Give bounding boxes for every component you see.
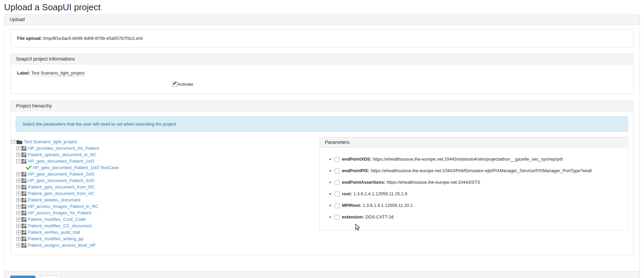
tree-item: +Patient_deletes_document xyxy=(11,197,319,203)
expand-icon[interactable]: + xyxy=(16,205,20,209)
tree-item-label[interactable]: HP_gets_document_Patient_3of3 xyxy=(28,178,94,183)
parameter-name: endPointAssertions: xyxy=(342,179,385,186)
tree-item-label[interactable]: HP_gets_document_Patient_1of3 xyxy=(28,159,94,164)
project-tree: −Test Scenario_light_project+HP_provides… xyxy=(11,138,319,248)
tree-item-label[interactable]: HP_access_Images_Patient_in_RC xyxy=(28,204,98,209)
bullet-icon xyxy=(329,216,331,218)
testsuite-icon xyxy=(21,224,27,228)
expand-icon[interactable]: + xyxy=(16,198,20,202)
tree-item: +Patient_gets_document_from_AC xyxy=(11,190,319,197)
parameter-checkbox[interactable] xyxy=(335,180,340,185)
expand-icon[interactable]: + xyxy=(16,224,20,228)
upload-panel-heading: Upload xyxy=(4,15,640,25)
expand-icon[interactable]: + xyxy=(16,230,20,234)
project-info-heading: SoapUI project informations xyxy=(11,54,633,64)
tree-item-label[interactable]: HP_access_Images_for_Patient xyxy=(28,210,91,215)
project-hierarchy-panel: Project hierarchy Select the parameters … xyxy=(11,101,633,255)
tree-item-label[interactable]: Patient_uploads_document_in_RC xyxy=(28,152,96,157)
project-label-row: Label: Test Scenario_light_project xyxy=(17,70,627,76)
testcase-check-icon xyxy=(26,165,31,170)
testsuite-icon xyxy=(21,211,27,215)
parameter-item: extension:DDS-CATT-16 xyxy=(329,214,623,220)
expand-icon[interactable]: + xyxy=(16,217,20,222)
tree-item: +Patient_verifies_audit_trail xyxy=(11,229,319,235)
parameter-value: 1.3.6.1.4.1.12559.11.20.1 xyxy=(363,202,413,209)
label-value[interactable]: Test Scenario_light_project xyxy=(31,70,85,76)
expand-icon[interactable]: + xyxy=(16,146,20,150)
testsuite-icon xyxy=(21,178,27,183)
expand-icon[interactable]: + xyxy=(16,237,20,241)
parameter-checkbox[interactable] xyxy=(335,215,340,220)
expand-icon[interactable]: + xyxy=(16,153,20,157)
form-footer: Validate Reset xyxy=(4,271,640,278)
bullet-icon xyxy=(329,193,331,195)
tree-item-label[interactable]: Patient_assigns_access_level_HP xyxy=(28,243,96,248)
activate-label: Activate xyxy=(178,82,193,87)
parameter-name: extension: xyxy=(342,214,364,220)
tree-item-label[interactable]: HP_gets_document_Patient_1of3 TestCase xyxy=(33,165,119,170)
testsuite-icon xyxy=(21,198,27,202)
file-upload-label: File upload: xyxy=(17,36,42,41)
tree-item: +HP_gets_document_Patient_2of3 xyxy=(11,171,319,177)
collapse-icon[interactable]: − xyxy=(11,140,15,144)
expand-icon[interactable]: + xyxy=(16,211,20,215)
parameter-checkbox[interactable] xyxy=(335,168,340,174)
parameter-checkbox[interactable] xyxy=(335,192,340,197)
tree-item-label[interactable]: Patient_modifies_Conf_Code xyxy=(28,217,86,222)
tree-item: +Patient_modifies_writing_pp xyxy=(11,235,319,242)
tree-item: +HP_access_Images_for_Patient xyxy=(11,210,319,216)
bullet-icon xyxy=(329,182,331,183)
parameters-list: endPointXDS:https://ehealthsuisse.ihe-eu… xyxy=(325,156,623,220)
testsuite-icon xyxy=(21,185,27,190)
collapse-icon[interactable]: − xyxy=(16,159,20,163)
tree-item: +HP_provides_document_for_Patient xyxy=(11,145,319,151)
tree-item-label[interactable]: Patient_deletes_document xyxy=(28,197,80,202)
upload-panel-body: File upload:/tmp/6f1e3ac5-b049-4d09-870b… xyxy=(4,25,640,271)
expand-icon[interactable]: + xyxy=(16,185,20,189)
expand-icon[interactable]: + xyxy=(16,179,20,183)
parameters-column: Parameters endPointXDS:https://ehealthsu… xyxy=(319,137,628,237)
project-hierarchy-heading: Project hierarchy xyxy=(11,101,633,111)
validate-button[interactable]: Validate xyxy=(10,276,35,278)
parameter-checkbox[interactable] xyxy=(335,203,340,208)
expand-icon[interactable]: + xyxy=(16,243,20,247)
tree-item: +Patient_modifies_CC_document xyxy=(11,223,319,229)
parameter-item: MPIRoot:1.3.6.1.4.1.12559.11.20.1 xyxy=(329,202,623,209)
bullet-icon xyxy=(329,170,331,171)
expand-icon[interactable]: + xyxy=(16,172,20,176)
project-info-panel: SoapUI project informations Label: Test … xyxy=(11,54,633,94)
tree-item-label[interactable]: Patient_gets_document_from_RC xyxy=(28,184,95,190)
bullet-icon xyxy=(329,205,331,206)
testsuite-icon xyxy=(21,243,27,248)
activate-checkbox[interactable]: ✔ xyxy=(172,82,178,87)
info-alert: Select the parameters that the user will… xyxy=(16,116,628,132)
tree-item: +Patient_modifies_Conf_Code xyxy=(11,216,319,223)
parameter-name: MPIRoot: xyxy=(342,202,361,209)
parameter-item: endPointXDS:https://ehealthsuisse.ihe-eu… xyxy=(329,156,623,163)
parameter-item: endPointAssertions:https://ehealthsuisse… xyxy=(329,179,623,186)
tree-item-label[interactable]: HP_gets_document_Patient_2of3 xyxy=(28,171,94,177)
label-key: Label: xyxy=(17,70,30,76)
expand-icon[interactable]: + xyxy=(16,192,20,196)
parameter-checkbox[interactable] xyxy=(335,157,340,162)
tree-item-label[interactable]: Patient_gets_document_from_AC xyxy=(28,191,94,196)
tree-item: −Test Scenario_light_project xyxy=(11,138,319,145)
parameter-name: endPointPIX: xyxy=(342,167,369,174)
tree-item-label[interactable]: Patient_modifies_CC_document xyxy=(28,223,91,228)
testsuite-icon xyxy=(21,230,27,235)
testsuite-icon xyxy=(21,217,27,222)
tree-item-label[interactable]: Patient_verifies_audit_trail xyxy=(28,230,80,235)
tree-item: HP_gets_document_Patient_1of3 TestCase xyxy=(11,164,319,171)
tree-item: +HP_access_Images_Patient_in_RC xyxy=(11,203,319,210)
parameter-value: https://ehealthsuisse.ihe-europe.net:104… xyxy=(387,179,480,186)
tree-item-label[interactable]: Patient_modifies_writing_pp xyxy=(28,236,83,241)
tree-item-label[interactable]: HP_provides_document_for_Patient xyxy=(28,146,99,151)
file-upload-path: /tmp/6f1e3ac5-b049-4d09-870b-e5a557b7f3c… xyxy=(43,36,143,41)
folder-icon xyxy=(16,140,22,144)
testsuite-icon xyxy=(21,159,27,164)
upload-soapui-page: Upload a SoapUI project Upload File uplo… xyxy=(0,0,644,278)
activate-row: ✔ Activate xyxy=(172,82,627,87)
reset-button[interactable]: Reset xyxy=(40,276,61,278)
parameter-value: https://ehealthsuisse.ihe-europe.net:104… xyxy=(373,156,563,163)
tree-item-label[interactable]: Test Scenario_light_project xyxy=(24,139,77,144)
